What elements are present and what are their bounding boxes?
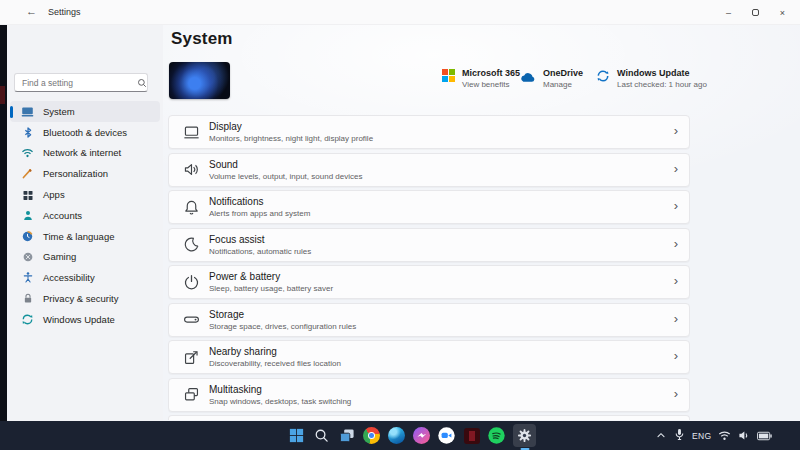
main-panel: System Microsoft 365 View benefits OneDr…: [163, 25, 800, 421]
taskbar: ENG: [0, 421, 800, 450]
chevron-right-icon: ›: [674, 161, 678, 176]
volume-icon[interactable]: [738, 427, 750, 445]
settings-row-sound[interactable]: SoundVolume levels, output, input, sound…: [168, 153, 690, 187]
settings-row-multitasking[interactable]: MultitaskingSnap windows, desktops, task…: [168, 378, 690, 412]
taskbar-center-icons: [288, 421, 536, 450]
chrome-icon[interactable]: [363, 427, 380, 444]
desktop-edge-accent: [0, 86, 5, 104]
spotify-icon[interactable]: [488, 427, 505, 444]
taskbar-search-icon[interactable]: [313, 427, 330, 444]
accounts-icon: [21, 208, 34, 222]
settings-row-storage[interactable]: StorageStorage space, drives, configurat…: [168, 303, 690, 337]
sidebar-item-network-internet[interactable]: Network & internet: [10, 143, 160, 164]
settings-row-notifications[interactable]: NotificationsAlerts from apps and system…: [168, 190, 690, 224]
focus-assist-icon: [183, 236, 200, 253]
nearby-sharing-icon: [183, 349, 200, 366]
settings-row-nearby-sharing[interactable]: Nearby sharingDiscoverability, received …: [168, 340, 690, 374]
sidebar-item-accessibility[interactable]: Accessibility: [10, 267, 160, 288]
power-icon: [183, 274, 200, 291]
zoom-app-icon[interactable]: [438, 427, 455, 444]
selected-indicator: [10, 106, 13, 118]
settings-row-display[interactable]: DisplayMonitors, brightness, night light…: [168, 115, 690, 149]
window-title: Settings: [48, 7, 81, 17]
multitasking-icon: [183, 386, 200, 403]
language-indicator[interactable]: ENG: [692, 431, 711, 441]
minimize-button[interactable]: –: [715, 0, 742, 25]
close-button[interactable]: ×: [769, 0, 796, 25]
microphone-icon[interactable]: [674, 427, 685, 445]
privacy-icon: [21, 292, 34, 306]
notifications-icon: [183, 199, 200, 216]
windows-update-icon: [596, 69, 610, 87]
window-controls: – ×: [715, 0, 796, 25]
chevron-right-icon: ›: [674, 311, 678, 326]
sidebar-item-bluetooth-devices[interactable]: Bluetooth & devices: [10, 122, 160, 143]
system-icon: [21, 104, 34, 118]
apps-icon: [21, 188, 34, 202]
search-box: [14, 73, 148, 92]
sidebar-item-windows-update[interactable]: Windows Update: [10, 309, 160, 330]
start-button[interactable]: [288, 427, 305, 444]
wifi-icon[interactable]: [718, 427, 731, 445]
windows-update-icon: [21, 312, 34, 326]
chevron-right-icon: ›: [674, 273, 678, 288]
time-language-icon: [21, 229, 34, 243]
card-windows-update[interactable]: Windows Update Last checked: 1 hour ago: [596, 68, 707, 89]
sidebar-item-accounts[interactable]: Accounts: [10, 205, 160, 226]
microsoft-365-icon: [442, 69, 455, 82]
back-button[interactable]: ←: [26, 5, 37, 17]
edge-icon[interactable]: [388, 427, 405, 444]
gaming-icon: [21, 250, 34, 264]
settings-app-icon[interactable]: [513, 424, 536, 447]
storage-icon: [183, 311, 200, 328]
network-icon: [21, 146, 34, 160]
search-input[interactable]: [15, 78, 137, 88]
sidebar-item-personalization[interactable]: Personalization: [10, 163, 160, 184]
messenger-icon[interactable]: [413, 427, 430, 444]
personalization-icon: [21, 167, 34, 181]
chevron-right-icon: ›: [674, 386, 678, 401]
task-view-icon[interactable]: [338, 427, 355, 444]
maximize-button[interactable]: [742, 0, 769, 25]
chevron-right-icon: ›: [674, 348, 678, 363]
chevron-right-icon: ›: [674, 236, 678, 251]
settings-window: ← Settings – × System Bluetooth & device…: [0, 0, 800, 450]
device-thumbnail: [169, 62, 230, 99]
card-onedrive[interactable]: OneDrive Manage: [519, 68, 583, 89]
accessibility-icon: [21, 271, 34, 285]
titlebar: ← Settings – ×: [0, 0, 800, 25]
maximize-icon: [752, 9, 759, 16]
media-app-icon[interactable]: [463, 427, 480, 444]
tray-chevron-up-icon[interactable]: [655, 427, 667, 445]
sidebar-item-system[interactable]: System: [10, 101, 160, 122]
gear-icon: [517, 428, 532, 443]
desktop-edge: [0, 25, 7, 421]
settings-row-focus-assist[interactable]: Focus assistNotifications, automatic rul…: [168, 228, 690, 262]
onedrive-icon: [519, 69, 536, 87]
sidebar-item-gaming[interactable]: Gaming: [10, 247, 160, 268]
chevron-right-icon: ›: [674, 198, 678, 213]
battery-icon[interactable]: [757, 427, 772, 445]
card-microsoft-365[interactable]: Microsoft 365 View benefits: [442, 68, 520, 89]
search-icon: [137, 78, 147, 88]
sound-icon: [183, 161, 200, 178]
settings-row-partial: [168, 415, 690, 420]
chevron-right-icon: ›: [674, 123, 678, 138]
sidebar-item-apps[interactable]: Apps: [10, 184, 160, 205]
settings-row-power-battery[interactable]: Power & batterySleep, battery usage, bat…: [168, 265, 690, 299]
sidebar: System Bluetooth & devices Network & int…: [7, 25, 163, 421]
sidebar-item-time-language[interactable]: Time & language: [10, 226, 160, 247]
display-icon: [183, 124, 200, 141]
system-tray: ENG: [655, 421, 772, 450]
page-title: System: [171, 29, 233, 49]
bluetooth-icon: [21, 125, 34, 139]
sidebar-nav: System Bluetooth & devices Network & int…: [10, 101, 160, 330]
sidebar-item-privacy-security[interactable]: Privacy & security: [10, 288, 160, 309]
